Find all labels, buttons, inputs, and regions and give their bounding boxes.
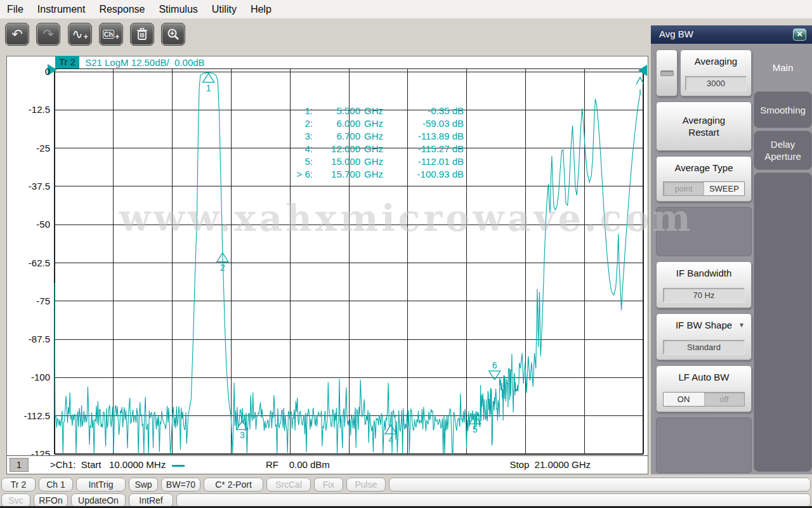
average-type-label: Average Type xyxy=(674,162,733,174)
if-bw-shape-button[interactable]: IF BW Shape ▼ Standard xyxy=(656,313,752,360)
y-axis-tick-label: -100 xyxy=(7,372,50,382)
status-button-bw-70[interactable]: BW=70 xyxy=(161,478,200,492)
redo-icon: ↷ xyxy=(43,27,54,42)
lf-auto-bw-button[interactable]: LF Auto BW ON off xyxy=(656,365,752,412)
status-button-srccal[interactable]: SrcCal xyxy=(266,478,311,492)
status-button-pulse[interactable]: Pulse xyxy=(346,478,386,492)
averaging-value: 3000 xyxy=(685,76,747,91)
y-axis-tick-label: -12.5 xyxy=(7,104,50,115)
marker-table-row: 4:12.000GHz-115.27 dB xyxy=(273,143,464,155)
marker-1-label: 1 xyxy=(206,83,211,93)
lf-auto-bw-label: LF Auto BW xyxy=(678,371,729,383)
menu-item-stimulus[interactable]: Stimulus xyxy=(152,4,204,15)
marker-3-label: 3 xyxy=(240,430,245,440)
average-type-button[interactable]: Average Type point SWEEP xyxy=(656,156,752,202)
tab-delay-aperture[interactable]: Delay Aperture xyxy=(754,131,812,170)
channel-stop-text: Stop 21.0000 GHz xyxy=(451,459,591,470)
panel-title: Avg BW xyxy=(659,29,693,39)
status-filler xyxy=(389,478,811,492)
close-icon[interactable]: ✕ xyxy=(793,29,806,41)
ref-level-right-icon xyxy=(638,65,647,76)
y-axis-tick-label: -37.5 xyxy=(7,181,50,192)
plot-window: 123456 Tr 2 S21 LogM 12.50dB/ 0.00dB 0-1… xyxy=(6,56,648,474)
status-button-tr-2[interactable]: Tr 2 xyxy=(1,478,36,492)
menu-item-file[interactable]: File xyxy=(0,4,30,15)
average-type-point-option[interactable]: point xyxy=(664,182,704,195)
add-channel-icon: Ch xyxy=(103,30,115,39)
tab-main[interactable]: Main xyxy=(754,51,812,84)
toggle-bar-icon xyxy=(660,70,674,76)
tab-smoothing[interactable]: Smoothing xyxy=(754,91,812,128)
marker-4-label: 4 xyxy=(388,434,393,445)
trace-format-label: S21 LogM 12.50dB/ 0.00dB xyxy=(85,57,204,68)
y-axis-tick-label: 0 xyxy=(7,66,50,77)
menu-bar: FileInstrumentResponseStimulusUtilityHel… xyxy=(0,0,812,19)
menu-item-instrument[interactable]: Instrument xyxy=(30,4,93,15)
lf-auto-bw-segmented: ON off xyxy=(663,392,745,407)
if-bw-shape-value: Standard xyxy=(663,340,745,355)
marker-table-row: > 6:15.700GHz-100.93 dB xyxy=(273,168,464,181)
status-button-swp[interactable]: Swp xyxy=(129,478,158,492)
status-button-updateon[interactable]: UpdateOn xyxy=(71,493,126,507)
empty-softkey-2 xyxy=(656,417,752,473)
averaging-label: Averaging xyxy=(695,55,737,67)
redo-button[interactable]: ↷ xyxy=(36,23,60,46)
averaging-restart-button[interactable]: Averaging Restart xyxy=(656,101,752,151)
add-trace-icon: ∿ xyxy=(72,27,83,42)
add-trace-button[interactable]: ∿+ xyxy=(68,23,92,46)
averaging-toggle-button[interactable] xyxy=(656,49,678,96)
marker-6-glyph xyxy=(489,371,501,380)
channel-start-text: >Ch1: Start 10.0000 MHz xyxy=(50,459,185,470)
average-type-sweep-option[interactable]: SWEEP xyxy=(704,182,745,195)
status-button-c-2-port[interactable]: C* 2-Port xyxy=(204,478,263,492)
marker-table-row: 1:5.500GHz-0.35 dB xyxy=(273,105,464,117)
zoom-button[interactable] xyxy=(161,23,185,46)
status-bar-row-1: Tr 2Ch 1IntTrigSwpBW=70C* 2-PortSrcCalFi… xyxy=(0,478,812,492)
if-bw-shape-label: IF BW Shape xyxy=(676,319,732,331)
channel-status-bar: 1 >Ch1: Start 10.0000 MHz RF 0.00 dBm St… xyxy=(7,455,648,474)
averaging-restart-label: Averaging Restart xyxy=(672,114,736,138)
menu-item-utility[interactable]: Utility xyxy=(205,4,244,15)
trace-badge[interactable]: Tr 2 xyxy=(55,56,79,68)
lf-auto-bw-off-option[interactable]: off xyxy=(704,393,745,406)
channel-number-badge[interactable]: 1 xyxy=(10,458,29,472)
empty-softkey-1 xyxy=(656,207,752,256)
y-axis-tick-label: -62.5 xyxy=(7,257,50,268)
lf-auto-bw-on-option[interactable]: ON xyxy=(664,393,704,406)
marker-5-label: 5 xyxy=(473,424,478,434)
marker-table-row: 5:15.000GHz-112.01 dB xyxy=(273,155,464,168)
menu-item-help[interactable]: Help xyxy=(244,4,278,15)
status-button-rfon[interactable]: RFOn xyxy=(34,493,68,507)
y-axis-tick-label: -87.5 xyxy=(7,334,50,344)
y-axis-tick-label: -112.5 xyxy=(7,410,50,421)
marker-readout-table: 1:5.500GHz-0.35 dB2:6.000GHz-59.03 dB3:6… xyxy=(273,105,464,181)
marker-4-glyph xyxy=(385,425,396,434)
y-axis-tick-label: -75 xyxy=(7,296,50,306)
chevron-down-icon: ▼ xyxy=(738,322,745,329)
panel-title-bar[interactable]: Avg BW ✕ xyxy=(651,25,812,44)
avg-bw-panel: Avg BW ✕ Averaging 3000 Averaging Restar… xyxy=(651,25,812,474)
averaging-button[interactable]: Averaging 3000 xyxy=(680,49,752,96)
status-button-ch-1[interactable]: Ch 1 xyxy=(39,478,73,492)
undo-icon: ↶ xyxy=(11,27,23,42)
if-bandwidth-value: 70 Hz xyxy=(663,288,745,303)
marker-table-row: 2:6.000GHz-59.03 dB xyxy=(273,117,464,130)
status-button-inttrig[interactable]: IntTrig xyxy=(76,478,126,492)
marker-6-label: 6 xyxy=(492,360,497,370)
trace-color-dash-icon xyxy=(172,465,185,467)
if-bandwidth-button[interactable]: IF Bandwidth 70 Hz xyxy=(656,261,752,308)
average-type-segmented: point SWEEP xyxy=(663,181,745,196)
marker-2-label: 2 xyxy=(220,263,225,273)
zoom-in-icon xyxy=(167,28,180,41)
delete-button[interactable] xyxy=(130,23,154,46)
status-button-svc[interactable]: Svc xyxy=(1,493,30,507)
trace-header: Tr 2 S21 LogM 12.50dB/ 0.00dB xyxy=(55,55,205,69)
undo-button[interactable]: ↶ xyxy=(5,23,29,46)
menu-item-response[interactable]: Response xyxy=(92,4,152,15)
status-button-fix[interactable]: Fix xyxy=(314,478,343,492)
add-channel-button[interactable]: Ch+ xyxy=(99,23,123,46)
y-axis-tick-label: -25 xyxy=(7,143,50,153)
delete-trash-icon xyxy=(136,28,148,41)
channel-rf-power-text: RF 0.00 dBm xyxy=(266,459,330,470)
status-button-intref[interactable]: IntRef xyxy=(129,493,173,507)
